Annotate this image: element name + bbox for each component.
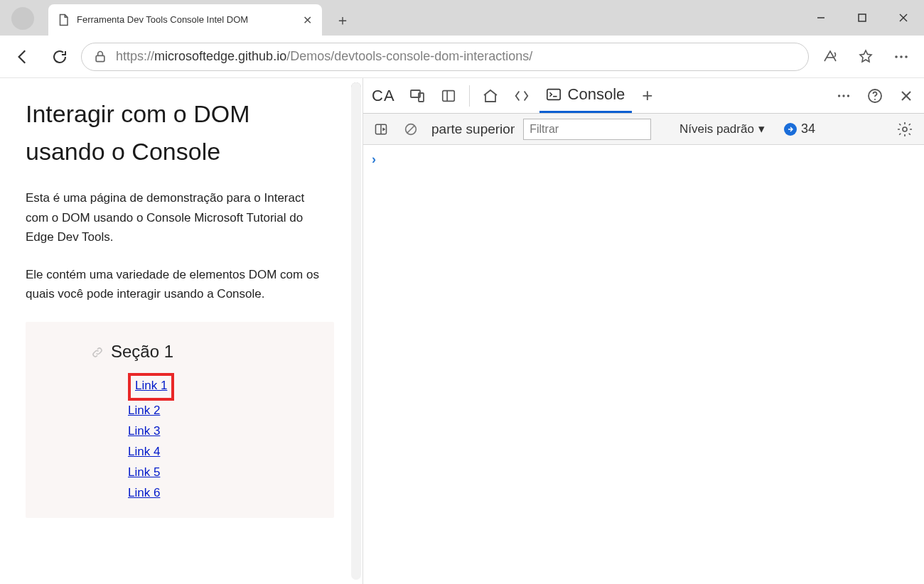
device-toggle-icon[interactable] (404, 82, 431, 109)
tab-title: Ferramenta Dev Tools Console Intel DOM (77, 15, 294, 25)
window-titlebar: Ferramenta Dev Tools Console Intel DOM ✕… (0, 0, 924, 36)
console-prompt: › (372, 152, 376, 166)
browser-tab[interactable]: Ferramenta Dev Tools Console Intel DOM ✕ (48, 4, 322, 36)
log-levels-selector[interactable]: Níveis padrão ▾ (679, 121, 765, 136)
svg-point-16 (847, 94, 849, 97)
refresh-button[interactable] (44, 41, 75, 72)
close-window-button[interactable] (883, 0, 924, 36)
devtools-tabbar: CA Console + (363, 78, 924, 114)
svg-point-6 (900, 55, 903, 58)
main-area: Interagir com o DOM usando o Console Est… (0, 78, 924, 584)
dock-side-icon[interactable] (435, 82, 462, 109)
window-controls (800, 0, 924, 36)
welcome-tab-icon[interactable] (477, 82, 504, 109)
console-tab[interactable]: Console (539, 79, 633, 113)
highlighted-link: Link 1 (128, 373, 174, 401)
list-link[interactable]: Link 1 (135, 376, 167, 396)
new-tab-button[interactable]: ＋ (333, 10, 353, 30)
minimize-button[interactable] (800, 0, 842, 36)
svg-point-7 (905, 55, 908, 58)
page-paragraph: Esta é uma página de demonstração para o… (26, 188, 324, 247)
console-settings-icon[interactable] (893, 119, 917, 140)
chevron-down-icon: ▾ (758, 121, 765, 136)
clear-console-icon[interactable] (399, 119, 423, 140)
svg-point-14 (838, 94, 840, 97)
help-button[interactable] (861, 82, 888, 109)
section-card: Seção 1 Link 1 Link 2 Link 3 Link 4 Link… (26, 322, 334, 517)
more-button[interactable] (886, 41, 917, 72)
svg-rect-1 (859, 14, 866, 21)
page-paragraph: Ele contém uma variedade de elementos DO… (26, 265, 324, 303)
context-selector[interactable]: parte superior (429, 121, 517, 137)
url-text: https://microsoftedge.github.io/Demos/de… (116, 49, 532, 64)
page-title: Interagir com o DOM usando o Console (26, 95, 334, 170)
back-button[interactable] (7, 41, 38, 72)
close-tab-button[interactable]: ✕ (301, 13, 313, 26)
devtools-close-button[interactable] (893, 82, 920, 109)
content-pane: Interagir com o DOM usando o Console Est… (0, 78, 362, 584)
list-link[interactable]: Link 5 (128, 463, 249, 483)
scrollbar-thumb[interactable] (351, 82, 361, 196)
link-icon (91, 346, 104, 359)
elements-tab-icon[interactable] (508, 82, 535, 109)
inspect-label[interactable]: CA (367, 87, 399, 105)
url-input[interactable]: https://microsoftedge.github.io/Demos/de… (81, 43, 809, 71)
divider (469, 85, 470, 107)
file-icon (57, 13, 70, 26)
svg-point-25 (903, 127, 907, 131)
svg-rect-12 (547, 90, 559, 100)
svg-point-18 (874, 99, 876, 100)
section-heading: Seção 1 (111, 342, 249, 362)
svg-line-24 (407, 125, 415, 133)
lock-icon (93, 50, 107, 64)
address-bar: https://microsoftedge.github.io/Demos/de… (0, 36, 924, 78)
read-aloud-button[interactable] (815, 41, 846, 72)
profile-avatar[interactable] (11, 7, 34, 30)
toggle-sidebar-icon[interactable] (369, 119, 393, 140)
list-link[interactable]: Link 6 (128, 483, 249, 504)
console-icon (545, 87, 562, 102)
list-link[interactable]: Link 2 (128, 401, 249, 421)
favorite-button[interactable] (850, 41, 881, 72)
filter-input[interactable] (523, 119, 651, 140)
svg-point-15 (842, 94, 844, 97)
console-toolbar: parte superior Níveis padrão ▾ 34 (363, 114, 924, 145)
list-link[interactable]: Link 3 (128, 421, 249, 442)
svg-point-5 (895, 55, 898, 58)
console-body[interactable]: › (363, 145, 924, 584)
link-list: Link 1 Link 2 Link 3 Link 4 Link 5 Link … (111, 373, 249, 503)
issue-dot-icon (784, 123, 797, 136)
svg-rect-4 (96, 55, 104, 61)
console-tab-label: Console (568, 85, 625, 104)
devtools-more-button[interactable] (830, 82, 857, 109)
issues-badge[interactable]: 34 (784, 121, 815, 136)
maximize-button[interactable] (842, 0, 883, 36)
devtools-pane: CA Console + (362, 78, 924, 584)
list-link[interactable]: Link 4 (128, 442, 249, 463)
add-tab-button[interactable]: + (636, 85, 658, 107)
svg-rect-10 (442, 90, 454, 101)
